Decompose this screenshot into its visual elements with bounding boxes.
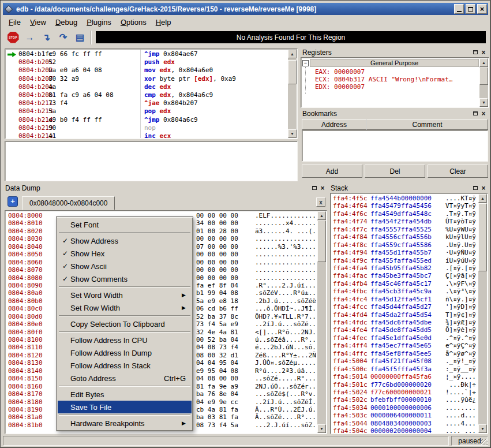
context-item-copy-selection-to-clipboard[interactable]: Copy Selection To Clipboard xyxy=(58,318,192,330)
context-item-set-word-width[interactable]: Set Word Width▶ xyxy=(58,289,192,301)
scroll-down-icon[interactable]: ▼ xyxy=(478,424,487,433)
disasm-row[interactable]: 0804:b21a41inc ecx xyxy=(6,132,287,138)
run-button[interactable]: → xyxy=(22,29,38,45)
stop-button[interactable]: STOP xyxy=(5,29,21,45)
context-item-follow-address-in-dump[interactable]: Follow Address In Dump xyxy=(58,346,192,359)
resize-grip[interactable] xyxy=(481,439,488,445)
stack-row[interactable]: ffa4:4ffcffa45ef8ffa45ee5å^¤ÿø^¤ÿ xyxy=(331,350,478,357)
stack-row[interactable]: ffa4:4f74ffa454f2ffa454dbÛT¤ÿòT¤ÿ xyxy=(331,218,478,225)
context-item-show-ascii[interactable]: ✓Show Ascii xyxy=(58,260,192,272)
context-item-set-row-width[interactable]: Set Row Width▶ xyxy=(58,301,192,314)
dock-close-button[interactable]: × xyxy=(318,184,327,192)
disasm-row[interactable]: 0804:b214e9 b0 f4 ff ff^jmp 0x804a6c9 xyxy=(6,116,287,124)
context-item-follow-address-in-cpu[interactable]: Follow Address In CPU xyxy=(58,334,192,346)
dump-scrollbar[interactable]: ▲ ▼ xyxy=(317,211,326,433)
dock-float-button[interactable] xyxy=(310,184,318,192)
menu-file[interactable]: File xyxy=(4,16,25,28)
menu-debug[interactable]: Debug xyxy=(51,16,82,28)
stack-row[interactable]: ffa4:503c0000006400000011....d... xyxy=(331,412,478,419)
dock-float-button[interactable] xyxy=(471,48,479,56)
dock-float-button[interactable] xyxy=(471,110,479,117)
disasm-row[interactable]: 0804:b1fce9 66 fc ff ff^jmp 0x804ae67 xyxy=(6,50,287,58)
stack-dock-header[interactable]: Stack × xyxy=(329,184,489,192)
context-item-show-hex[interactable]: ✓Show Hex xyxy=(58,247,192,260)
add-button[interactable]: Add xyxy=(302,165,362,178)
context-item-show-comments[interactable]: ✓Show Comments xyxy=(58,272,192,285)
stack-row[interactable]: ffa4:4f64ffa45479ffa45456VT¤ÿyT¤ÿ xyxy=(331,202,478,210)
dock-close-button[interactable]: × xyxy=(479,110,488,117)
del-button[interactable]: Del xyxy=(365,165,425,178)
stack-row[interactable]: ffa4:4f9cffa455faffa455edíU¤ÿúU¤ÿ xyxy=(331,257,478,264)
menu-plugins[interactable]: Plugins xyxy=(82,16,116,28)
stack-row[interactable]: ffa4:50340000100000000006........ xyxy=(331,404,478,412)
context-item-edit-bytes[interactable]: Edit Bytes xyxy=(58,388,192,401)
registers-dock-header[interactable]: Registers × xyxy=(301,48,489,57)
stack-row[interactable]: ffa4:504c0000002000000004.... ... xyxy=(331,427,478,433)
stack-row[interactable]: ffa4:501cf77c6bd000000020 ...Ðk|÷ xyxy=(331,381,478,389)
maximize-button[interactable] xyxy=(466,4,475,14)
scroll-up-icon[interactable]: ▲ xyxy=(478,194,487,203)
close-button[interactable]: × xyxy=(477,4,487,14)
dock-float-button[interactable] xyxy=(471,184,479,192)
register-row[interactable]: ECX: 0804b317 ASCII "Wrong!\nFormat… xyxy=(301,76,479,83)
context-item-goto-address[interactable]: Goto AddressCtrl+G xyxy=(58,372,192,384)
context-item-save-to-file[interactable]: Save To File xyxy=(58,401,192,413)
title-bar[interactable]: edb - /data/documents/challenges/GreHack… xyxy=(3,3,488,15)
stack-row[interactable]: ffa4:4fd4ffa45da2ffa45d54T]¤ÿ¢]¤ÿ xyxy=(331,311,478,319)
scroll-thumb[interactable] xyxy=(478,203,487,271)
dock-close-button[interactable]: × xyxy=(479,184,488,192)
context-item-follow-address-in-stack[interactable]: Follow Address In Stack xyxy=(58,359,192,372)
disasm-row[interactable]: 0804:b21173 f4^jae 0x804b207 xyxy=(6,99,287,107)
stack-row[interactable]: ffa4:4fb4ffa45c46ffa45c17.\¤ÿF\¤ÿ xyxy=(331,280,478,288)
new-dump-tab-button[interactable]: + xyxy=(8,196,18,207)
stack-row[interactable]: ffa4:4facffa45be3ffa45bc7Ç[¤ÿã[¤ÿ xyxy=(331,272,478,279)
data-dump-dock-header[interactable]: Data Dump × xyxy=(3,184,328,192)
stack-row[interactable]: ffa4:4fe4ffa45de8ffa45dd5Õ]¤ÿè]¤ÿ xyxy=(331,326,478,334)
bookmarks-dock-header[interactable]: Bookmarks × xyxy=(301,109,489,118)
scroll-up-icon[interactable]: ▲ xyxy=(317,211,326,220)
stack-row[interactable]: ffa4:4fbcffa45cb3ffa45c9a.\¤ÿ³\¤ÿ xyxy=(331,288,478,295)
trace-button[interactable]: ▤ xyxy=(72,29,88,45)
disasm-row[interactable]: 0804:b2135apop edx xyxy=(6,107,287,115)
disasm-row[interactable]: 0804:b20a4adec edx xyxy=(6,83,287,91)
stack-row[interactable]: ffa4:50440804803400000003....4... xyxy=(331,420,478,427)
scroll-thumb[interactable] xyxy=(479,68,488,85)
context-item-set-font[interactable]: Set Font xyxy=(58,218,192,231)
disassembly-scrollbar[interactable]: ▲ ▼ xyxy=(288,50,297,138)
stack-row[interactable]: ffa4:4ff4ffa45ec7ffa45e65e^¤ÿÇ^¤ÿ xyxy=(331,342,478,349)
stack-scrollbar[interactable]: ▲ ▼ xyxy=(478,194,487,433)
dump-region-tab[interactable]: 0x08048000-0x0804c000 xyxy=(22,196,115,210)
register-row[interactable]: EAX: 00000007 xyxy=(301,68,479,76)
column-header-address[interactable]: Address xyxy=(302,119,366,130)
dock-close-button[interactable]: × xyxy=(479,48,488,56)
register-row[interactable]: EDX: 00000007 xyxy=(301,83,479,91)
stack-row[interactable]: ffa4:4f5cffa4544b00000000....KT¤ÿ xyxy=(331,195,478,202)
stack-row[interactable]: ffa4:501400000000ffa45fa6¦_¤ÿ.... xyxy=(331,373,478,380)
context-item-show-address[interactable]: ✓Show Address xyxy=(58,234,192,247)
stack-row[interactable]: ffa4:4fa4ffa45b95ffa45b82.[¤ÿ.[¤ÿ xyxy=(331,264,478,272)
disasm-row[interactable]: 0804:b21990nop xyxy=(6,124,287,132)
stack-row[interactable]: ffa4:5004ffa45f21ffa45f08._¤ÿ!_¤ÿ xyxy=(331,357,478,365)
tab-close-button[interactable]: x xyxy=(316,197,325,207)
register-group-header[interactable]: General Purpose xyxy=(310,59,479,67)
stack-row[interactable]: ffa4:5024f77c600000000021!....`|÷ xyxy=(331,389,478,396)
menu-view[interactable]: View xyxy=(25,16,51,28)
step-over-button[interactable]: ↷ xyxy=(55,29,71,45)
context-item-hardware-breakpoints[interactable]: Hardware Breakpoints▶ xyxy=(58,417,192,430)
stack-row[interactable]: ffa4:4fc4ffa45d12ffa45cf1ñ\¤ÿ.]¤ÿ xyxy=(331,296,478,303)
scroll-down-icon[interactable]: ▼ xyxy=(479,98,488,107)
clear-button[interactable]: Clear xyxy=(428,165,488,178)
stack-row[interactable]: ffa4:4f94ffa455d1ffa455b7·U¤ÿÑU¤ÿ xyxy=(331,249,478,256)
minimize-button[interactable] xyxy=(454,4,464,14)
stack-row[interactable]: ffa4:502cbfebfbff00000010....ÿûë¿ xyxy=(331,396,478,404)
stack-row[interactable]: ffa4:4fccffa45d44ffa45d27']¤ÿD]¤ÿ xyxy=(331,303,478,311)
bookmarks-list[interactable] xyxy=(302,130,488,162)
stack-row[interactable]: ffa4:4f8cffa4559cffa45586.U¤ÿ.U¤ÿ xyxy=(331,241,478,249)
disasm-row[interactable]: 0804:b202ba e0 a6 04 08mov edx, 0x804a6e… xyxy=(6,66,287,74)
scroll-thumb[interactable] xyxy=(317,221,326,262)
scroll-thumb[interactable] xyxy=(288,60,297,84)
registers-scrollbar[interactable]: ▲ ▼ xyxy=(479,58,488,107)
stack-row[interactable]: ffa4:4f7cffa45557ffa45525%U¤ÿWU¤ÿ xyxy=(331,226,478,233)
step-into-button[interactable]: ↴ xyxy=(39,29,54,45)
stack-row[interactable]: ffa4:4fecffa45e1dffa45e0d.^¤ÿ.^¤ÿ xyxy=(331,334,478,342)
